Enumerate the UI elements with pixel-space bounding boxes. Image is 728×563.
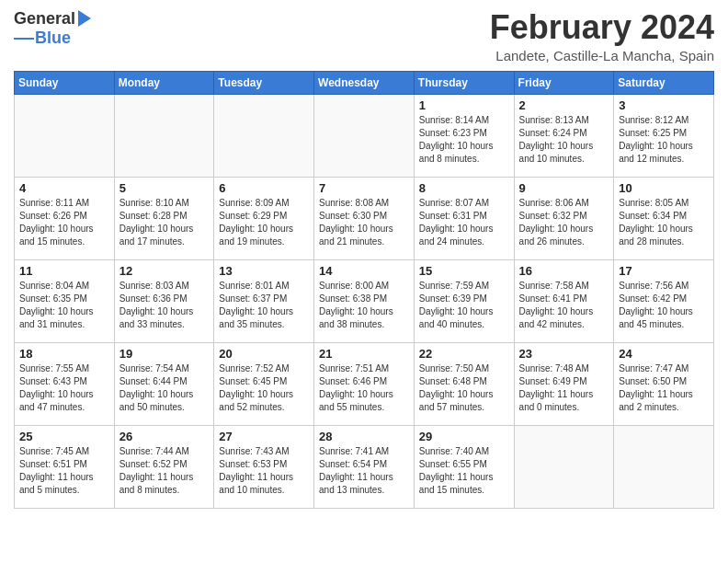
day-number: 26: [119, 430, 210, 443]
location-title: Landete, Castille-La Mancha, Spain: [490, 48, 714, 63]
day-number: 20: [219, 347, 309, 361]
month-title: February 2024: [490, 9, 714, 46]
day-number: 19: [119, 347, 210, 361]
header: General Blue February 2024 Landete, Cast…: [14, 9, 714, 63]
day-info: Sunrise: 8:03 AM Sunset: 6:36 PM Dayligh…: [119, 280, 210, 331]
day-number: 10: [619, 181, 709, 195]
calendar-day-16: 16Sunrise: 7:58 AM Sunset: 6:41 PM Dayli…: [514, 259, 614, 342]
calendar-day-24: 24Sunrise: 7:47 AM Sunset: 6:50 PM Dayli…: [614, 342, 714, 425]
day-number: 9: [519, 181, 609, 195]
day-info: Sunrise: 8:11 AM Sunset: 6:26 PM Dayligh…: [19, 197, 109, 248]
day-number: 22: [419, 347, 509, 361]
day-info: Sunrise: 7:56 AM Sunset: 6:42 PM Dayligh…: [619, 280, 709, 331]
day-info: Sunrise: 7:50 AM Sunset: 6:48 PM Dayligh…: [419, 362, 509, 414]
day-info: Sunrise: 8:06 AM Sunset: 6:32 PM Dayligh…: [519, 197, 609, 248]
day-number: 24: [619, 347, 709, 361]
day-number: 8: [419, 181, 509, 195]
calendar-day-14: 14Sunrise: 8:00 AM Sunset: 6:38 PM Dayli…: [314, 259, 415, 342]
calendar-day-22: 22Sunrise: 7:50 AM Sunset: 6:48 PM Dayli…: [414, 342, 514, 425]
day-info: Sunrise: 7:40 AM Sunset: 6:55 PM Dayligh…: [419, 445, 509, 497]
day-info: Sunrise: 7:47 AM Sunset: 6:50 PM Dayligh…: [619, 362, 709, 414]
calendar-empty-cell: [614, 425, 714, 508]
day-info: Sunrise: 7:58 AM Sunset: 6:41 PM Dayligh…: [519, 280, 609, 331]
day-info: Sunrise: 7:52 AM Sunset: 6:45 PM Dayligh…: [219, 362, 309, 414]
day-info: Sunrise: 8:08 AM Sunset: 6:30 PM Dayligh…: [319, 197, 409, 248]
day-info: Sunrise: 7:45 AM Sunset: 6:51 PM Dayligh…: [19, 445, 109, 497]
weekday-header-row: SundayMondayTuesdayWednesdayThursdayFrid…: [15, 71, 714, 94]
calendar-day-2: 2Sunrise: 8:13 AM Sunset: 6:24 PM Daylig…: [514, 94, 614, 177]
weekday-header-thursday: Thursday: [414, 71, 514, 94]
calendar-day-25: 25Sunrise: 7:45 AM Sunset: 6:51 PM Dayli…: [15, 425, 115, 508]
calendar-day-26: 26Sunrise: 7:44 AM Sunset: 6:52 PM Dayli…: [114, 425, 214, 508]
calendar-day-15: 15Sunrise: 7:59 AM Sunset: 6:39 PM Dayli…: [414, 259, 514, 342]
calendar-day-10: 10Sunrise: 8:05 AM Sunset: 6:34 PM Dayli…: [614, 177, 714, 259]
calendar-week-row: 25Sunrise: 7:45 AM Sunset: 6:51 PM Dayli…: [15, 425, 714, 508]
day-number: 5: [119, 181, 210, 195]
calendar-day-20: 20Sunrise: 7:52 AM Sunset: 6:45 PM Dayli…: [214, 342, 314, 425]
calendar-day-4: 4Sunrise: 8:11 AM Sunset: 6:26 PM Daylig…: [15, 177, 115, 259]
calendar-day-3: 3Sunrise: 8:12 AM Sunset: 6:25 PM Daylig…: [614, 94, 714, 177]
day-number: 21: [319, 347, 409, 361]
day-number: 4: [19, 181, 109, 195]
logo: General Blue: [14, 9, 91, 48]
day-number: 1: [419, 98, 509, 112]
calendar-day-6: 6Sunrise: 8:09 AM Sunset: 6:29 PM Daylig…: [214, 177, 314, 259]
day-info: Sunrise: 7:54 AM Sunset: 6:44 PM Dayligh…: [119, 362, 210, 414]
calendar-day-13: 13Sunrise: 8:01 AM Sunset: 6:37 PM Dayli…: [214, 259, 314, 342]
day-info: Sunrise: 7:59 AM Sunset: 6:39 PM Dayligh…: [419, 280, 509, 331]
day-info: Sunrise: 8:09 AM Sunset: 6:29 PM Dayligh…: [219, 197, 309, 248]
day-number: 25: [19, 430, 109, 443]
calendar-empty-cell: [314, 94, 415, 177]
weekday-header-friday: Friday: [514, 71, 614, 94]
day-number: 29: [419, 430, 509, 443]
day-info: Sunrise: 7:48 AM Sunset: 6:49 PM Dayligh…: [519, 362, 609, 414]
logo-arrow-icon: [78, 10, 91, 27]
day-number: 7: [319, 181, 409, 195]
day-info: Sunrise: 8:05 AM Sunset: 6:34 PM Dayligh…: [619, 197, 709, 248]
weekday-header-sunday: Sunday: [15, 71, 115, 94]
calendar-table: SundayMondayTuesdayWednesdayThursdayFrid…: [14, 71, 714, 509]
calendar-day-5: 5Sunrise: 8:10 AM Sunset: 6:28 PM Daylig…: [114, 177, 214, 259]
calendar-empty-cell: [15, 94, 115, 177]
calendar-day-27: 27Sunrise: 7:43 AM Sunset: 6:53 PM Dayli…: [214, 425, 314, 508]
day-number: 6: [219, 181, 309, 195]
calendar-day-18: 18Sunrise: 7:55 AM Sunset: 6:43 PM Dayli…: [15, 342, 115, 425]
day-info: Sunrise: 8:10 AM Sunset: 6:28 PM Dayligh…: [119, 197, 210, 248]
day-number: 3: [619, 98, 709, 112]
day-info: Sunrise: 8:13 AM Sunset: 6:24 PM Dayligh…: [519, 114, 609, 166]
day-number: 11: [19, 264, 109, 278]
day-info: Sunrise: 8:01 AM Sunset: 6:37 PM Dayligh…: [219, 280, 309, 331]
calendar-day-17: 17Sunrise: 7:56 AM Sunset: 6:42 PM Dayli…: [614, 259, 714, 342]
day-number: 16: [519, 264, 609, 278]
calendar-day-1: 1Sunrise: 8:14 AM Sunset: 6:23 PM Daylig…: [414, 94, 514, 177]
calendar-empty-cell: [114, 94, 214, 177]
calendar-day-11: 11Sunrise: 8:04 AM Sunset: 6:35 PM Dayli…: [15, 259, 115, 342]
day-number: 27: [219, 430, 309, 443]
day-info: Sunrise: 7:55 AM Sunset: 6:43 PM Dayligh…: [19, 362, 109, 414]
day-number: 17: [619, 264, 709, 278]
calendar-day-29: 29Sunrise: 7:40 AM Sunset: 6:55 PM Dayli…: [414, 425, 514, 508]
weekday-header-monday: Monday: [114, 71, 214, 94]
calendar-week-row: 18Sunrise: 7:55 AM Sunset: 6:43 PM Dayli…: [15, 342, 714, 425]
day-number: 12: [119, 264, 210, 278]
calendar-day-12: 12Sunrise: 8:03 AM Sunset: 6:36 PM Dayli…: [114, 259, 214, 342]
calendar-day-21: 21Sunrise: 7:51 AM Sunset: 6:46 PM Dayli…: [314, 342, 415, 425]
calendar-empty-cell: [214, 94, 314, 177]
day-number: 15: [419, 264, 509, 278]
calendar-day-8: 8Sunrise: 8:07 AM Sunset: 6:31 PM Daylig…: [414, 177, 514, 259]
calendar-week-row: 1Sunrise: 8:14 AM Sunset: 6:23 PM Daylig…: [15, 94, 714, 177]
day-number: 23: [519, 347, 609, 361]
weekday-header-tuesday: Tuesday: [214, 71, 314, 94]
day-number: 28: [319, 430, 409, 443]
day-info: Sunrise: 8:14 AM Sunset: 6:23 PM Dayligh…: [419, 114, 509, 166]
day-number: 18: [19, 347, 109, 361]
day-info: Sunrise: 8:07 AM Sunset: 6:31 PM Dayligh…: [419, 197, 509, 248]
day-info: Sunrise: 7:43 AM Sunset: 6:53 PM Dayligh…: [219, 445, 309, 497]
day-number: 13: [219, 264, 309, 278]
calendar-day-28: 28Sunrise: 7:41 AM Sunset: 6:54 PM Dayli…: [314, 425, 415, 508]
day-info: Sunrise: 8:00 AM Sunset: 6:38 PM Dayligh…: [319, 280, 409, 331]
day-info: Sunrise: 8:04 AM Sunset: 6:35 PM Dayligh…: [19, 280, 109, 331]
calendar-day-19: 19Sunrise: 7:54 AM Sunset: 6:44 PM Dayli…: [114, 342, 214, 425]
day-info: Sunrise: 7:44 AM Sunset: 6:52 PM Dayligh…: [119, 445, 210, 497]
logo-general: General: [14, 9, 75, 29]
